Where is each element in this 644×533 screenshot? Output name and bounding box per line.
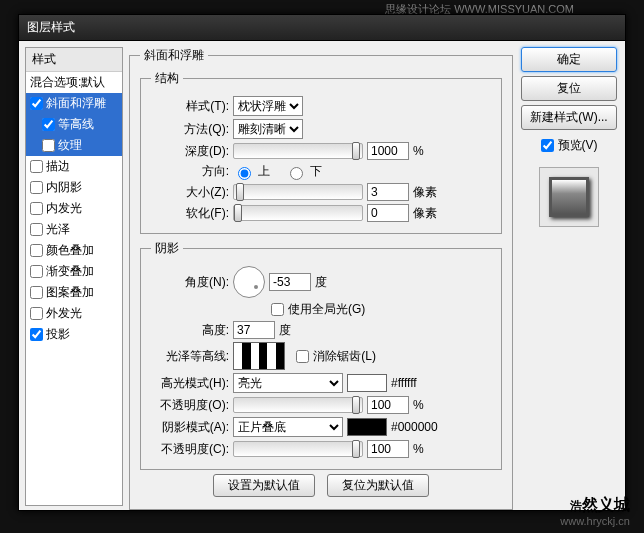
shadow-opacity-input[interactable]: [367, 440, 409, 458]
item-texture[interactable]: 纹理: [26, 135, 122, 156]
soften-slider[interactable]: [233, 205, 363, 221]
angle-input[interactable]: [269, 273, 311, 291]
new-style-button[interactable]: 新建样式(W)...: [521, 105, 617, 130]
chk-bevel[interactable]: [30, 97, 43, 110]
chk-texture[interactable]: [42, 139, 55, 152]
highlight-opacity-input[interactable]: [367, 396, 409, 414]
item-contour[interactable]: 等高线: [26, 114, 122, 135]
chk-satin[interactable]: [30, 223, 43, 236]
dir-down-radio[interactable]: [290, 167, 303, 180]
chk-color-overlay[interactable]: [30, 244, 43, 257]
size-slider[interactable]: [233, 184, 363, 200]
ok-button[interactable]: 确定: [521, 47, 617, 72]
chk-contour[interactable]: [42, 118, 55, 131]
size-input[interactable]: [367, 183, 409, 201]
highlight-mode-select[interactable]: 亮光: [233, 373, 343, 393]
preview-thumbnail: [539, 167, 599, 227]
make-default-button[interactable]: 设置为默认值: [213, 474, 315, 497]
angle-dial[interactable]: [233, 266, 265, 298]
gloss-contour[interactable]: [233, 342, 285, 370]
chk-drop-shadow[interactable]: [30, 328, 43, 341]
item-stroke[interactable]: 描边: [26, 156, 122, 177]
cancel-button[interactable]: 复位: [521, 76, 617, 101]
item-drop-shadow[interactable]: 投影: [26, 324, 122, 345]
item-bevel[interactable]: 斜面和浮雕: [26, 93, 122, 114]
item-satin[interactable]: 光泽: [26, 219, 122, 240]
item-inner-glow[interactable]: 内发光: [26, 198, 122, 219]
item-inner-shadow[interactable]: 内阴影: [26, 177, 122, 198]
dialog-title: 图层样式: [19, 15, 625, 41]
style-select[interactable]: 枕状浮雕: [233, 96, 303, 116]
shadow-mode-select[interactable]: 正片叠底: [233, 417, 343, 437]
chk-pattern-overlay[interactable]: [30, 286, 43, 299]
shadow-color-swatch[interactable]: [347, 418, 387, 436]
chk-inner-glow[interactable]: [30, 202, 43, 215]
soften-input[interactable]: [367, 204, 409, 222]
dir-up-radio[interactable]: [238, 167, 251, 180]
highlight-opacity-slider[interactable]: [233, 397, 363, 413]
layer-style-dialog: 图层样式 样式 混合选项:默认 斜面和浮雕 等高线 纹理 描边 内阴影 内发光 …: [18, 14, 626, 511]
highlight-color-swatch[interactable]: [347, 374, 387, 392]
styles-sidebar: 样式 混合选项:默认 斜面和浮雕 等高线 纹理 描边 内阴影 内发光 光泽 颜色…: [25, 47, 123, 506]
chk-outer-glow[interactable]: [30, 307, 43, 320]
chk-stroke[interactable]: [30, 160, 43, 173]
sidebar-header: 样式: [26, 48, 122, 72]
bevel-legend: 斜面和浮雕: [140, 47, 208, 64]
depth-slider[interactable]: [233, 143, 363, 159]
chk-gradient-overlay[interactable]: [30, 265, 43, 278]
item-gradient-overlay[interactable]: 渐变叠加: [26, 261, 122, 282]
item-pattern-overlay[interactable]: 图案叠加: [26, 282, 122, 303]
structure-group: 结构 样式(T): 枕状浮雕 方法(Q): 雕刻清晰 深度(D): % 方向: …: [140, 70, 502, 234]
item-outer-glow[interactable]: 外发光: [26, 303, 122, 324]
global-light-chk[interactable]: [271, 303, 284, 316]
preview-chk[interactable]: [541, 139, 554, 152]
reset-default-button[interactable]: 复位为默认值: [327, 474, 429, 497]
altitude-input[interactable]: [233, 321, 275, 339]
bevel-group: 斜面和浮雕 结构 样式(T): 枕状浮雕 方法(Q): 雕刻清晰 深度(D): …: [129, 47, 513, 510]
corner-watermark: 浩然义城 www.hryckj.cn: [560, 485, 630, 527]
item-color-overlay[interactable]: 颜色叠加: [26, 240, 122, 261]
shading-group: 阴影 角度(N): 度 使用全局光(G) 高度: 度 光泽等高线:: [140, 240, 502, 470]
chk-inner-shadow[interactable]: [30, 181, 43, 194]
technique-select[interactable]: 雕刻清晰: [233, 119, 303, 139]
blending-options[interactable]: 混合选项:默认: [26, 72, 122, 93]
shadow-opacity-slider[interactable]: [233, 441, 363, 457]
antialias-chk[interactable]: [296, 350, 309, 363]
depth-input[interactable]: [367, 142, 409, 160]
